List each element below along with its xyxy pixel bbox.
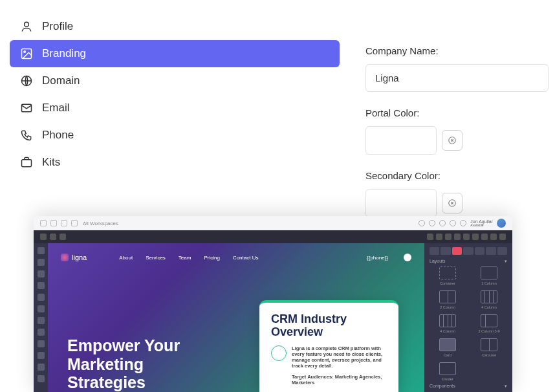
rail-icon[interactable] <box>38 282 45 289</box>
tb-right-icon[interactable] <box>429 220 435 226</box>
form-panel: Company Name: Portal Color: Secondary Co… <box>365 13 555 233</box>
site-logo[interactable]: ligna <box>61 254 87 261</box>
tool-icon[interactable] <box>427 234 433 240</box>
company-name-group: Company Name: <box>365 45 549 92</box>
nav-label: Kits <box>42 156 60 169</box>
rpanel-tab[interactable] <box>497 247 507 255</box>
tb-icon[interactable] <box>50 220 57 226</box>
rail-icon[interactable] <box>38 329 45 336</box>
user-status: Available <box>470 224 493 227</box>
nav-link-team[interactable]: Team <box>179 255 191 261</box>
portal-color-group: Portal Color: <box>365 107 549 155</box>
tool-icon[interactable] <box>454 234 461 240</box>
rpanel-tab[interactable] <box>486 247 495 255</box>
sidebar-item-branding[interactable]: Branding <box>10 40 340 67</box>
clear-portal-color-button[interactable] <box>442 130 462 151</box>
nav-link-contact[interactable]: Contact Us <box>233 255 259 261</box>
nav-label: Phone <box>42 129 74 142</box>
right-panel: Layouts▾ Container 1 Column 2 Column 4 C… <box>424 243 512 392</box>
desktop-icon[interactable] <box>40 234 47 240</box>
secondary-color-label: Secondary Color: <box>365 170 549 181</box>
svg-point-0 <box>25 22 29 27</box>
tb-right-icon[interactable] <box>460 220 466 226</box>
portal-color-input[interactable] <box>365 126 437 155</box>
layout-1col[interactable]: 1 Column <box>471 267 507 285</box>
layout-2col-39[interactable]: 2 Column 3-9 <box>471 314 507 333</box>
tool-icon[interactable] <box>445 234 452 240</box>
layout-4col[interactable]: 4 Column <box>471 290 507 309</box>
sidebar-item-kits[interactable]: Kits <box>10 149 340 176</box>
layout-carousel[interactable]: Carousel <box>471 338 507 357</box>
phone-badge-icon[interactable] <box>404 254 411 261</box>
tool-icon[interactable] <box>472 234 479 240</box>
rpanel-tab[interactable] <box>441 247 450 255</box>
tool-icon[interactable] <box>481 234 488 240</box>
sidebar-item-email[interactable]: Email <box>10 94 340 122</box>
svg-rect-5 <box>22 160 32 167</box>
avatar[interactable] <box>497 219 506 228</box>
layout-2col[interactable]: 2 Column <box>430 290 466 309</box>
tool-icon[interactable] <box>490 234 497 240</box>
rocket-icon <box>271 345 287 361</box>
rail-icon[interactable] <box>38 294 45 301</box>
sidebar-item-phone[interactable]: Phone <box>10 122 340 149</box>
logo-text: ligna <box>72 254 87 261</box>
company-name-label: Company Name: <box>365 45 549 56</box>
tb-icon[interactable] <box>40 220 47 226</box>
company-name-input[interactable] <box>365 64 549 92</box>
layout-4col-b[interactable]: 4 Column <box>430 314 466 333</box>
svg-point-2 <box>24 51 26 53</box>
rail-icon[interactable] <box>38 317 45 324</box>
tb-right-icon[interactable] <box>419 220 425 226</box>
workspace-label[interactable]: All Workspaces <box>83 221 118 226</box>
mail-icon <box>20 102 33 114</box>
card-body: Ligna is a complete CRM platform with ev… <box>292 345 387 369</box>
tb-right-icon[interactable] <box>439 220 446 226</box>
tb-icon[interactable] <box>61 220 67 226</box>
layout-divider[interactable]: Divider <box>430 362 466 381</box>
site-header: ligna About Services Team Pricing Contac… <box>61 254 411 261</box>
tool-icon[interactable] <box>436 234 442 240</box>
tb-icon[interactable] <box>71 220 78 226</box>
device-toggles <box>40 234 66 240</box>
tool-icon[interactable] <box>499 234 506 240</box>
user-icon <box>20 20 33 33</box>
layout-container[interactable]: Container <box>430 267 466 285</box>
rail-icon[interactable] <box>38 375 45 382</box>
editor-toolbar <box>34 230 512 243</box>
nav-link-pricing[interactable]: Pricing <box>204 255 219 261</box>
layout-card[interactable]: Card <box>430 338 466 357</box>
nav-label: Email <box>42 102 70 114</box>
clear-secondary-color-button[interactable] <box>442 193 462 213</box>
overlay-card: CRM Industry Overview Ligna is a complet… <box>259 300 398 392</box>
card-target: Target Audiences: Marketing Agencies, Ma… <box>292 374 387 386</box>
nav-link-about[interactable]: About <box>119 255 133 261</box>
rail-icon[interactable] <box>38 270 45 278</box>
nav-link-services[interactable]: Services <box>146 255 166 261</box>
sidebar-item-profile[interactable]: Profile <box>10 13 340 40</box>
rpanel-tab[interactable] <box>463 247 473 255</box>
editor-body: ligna About Services Team Pricing Contac… <box>34 243 512 392</box>
rpanel-tab-active[interactable] <box>452 247 462 255</box>
rail-icon[interactable] <box>38 364 45 371</box>
tool-icon[interactable] <box>463 234 470 240</box>
editor-canvas[interactable]: ligna About Services Team Pricing Contac… <box>48 243 424 392</box>
tb-right-icon[interactable] <box>450 220 456 226</box>
sidebar-item-domain[interactable]: Domain <box>10 67 340 94</box>
phone-placeholder: {{phone}} <box>367 255 388 261</box>
rpanel-tabs <box>430 247 507 255</box>
settings-container: Profile Branding Domain Email Phone Kits… <box>0 0 555 233</box>
tablet-icon[interactable] <box>50 234 56 240</box>
rail-icon[interactable] <box>38 305 45 312</box>
rail-icon[interactable] <box>38 247 45 254</box>
topbar-icons <box>40 220 78 226</box>
rail-icon[interactable] <box>38 259 45 266</box>
rpanel-tab[interactable] <box>430 247 439 255</box>
image-icon <box>20 47 33 60</box>
rail-icon[interactable] <box>38 340 45 347</box>
mobile-icon[interactable] <box>60 234 66 240</box>
layouts-grid: Container 1 Column 2 Column 4 Column 4 C… <box>430 267 507 381</box>
rpanel-tab[interactable] <box>475 247 484 255</box>
rail-icon[interactable] <box>38 352 45 359</box>
secondary-color-input[interactable] <box>365 189 437 217</box>
